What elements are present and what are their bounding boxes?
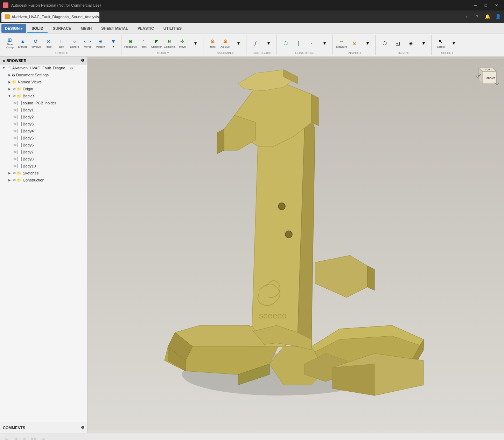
chamfer-button[interactable]: ◤ Chamfer <box>150 36 163 50</box>
sphere-button[interactable]: ○ Sphere <box>68 36 81 50</box>
browser-collapse-icon[interactable]: « <box>3 59 5 63</box>
tree-item-root[interactable]: ▼ 📄 AI-driven_HVAC_Fault_Diagno... ⚙ <box>0 64 87 71</box>
tree-eye-body10[interactable]: 👁 <box>13 164 18 169</box>
tree-arrow-sketches[interactable]: ▶ <box>7 171 12 176</box>
tab-sheet-metal[interactable]: SHEET METAL <box>97 25 133 33</box>
inspect-more-button[interactable]: ▾ <box>361 36 374 50</box>
axis-button[interactable]: | <box>292 36 305 50</box>
tree-gear-root[interactable]: ⚙ <box>70 66 73 70</box>
tree-item-sketches[interactable]: ▶ 👁 📁 Sketches <box>0 170 87 177</box>
fillet-button[interactable]: ◜ Fillet <box>137 36 150 50</box>
as-built-joint-button[interactable]: ⚙ As-Built <box>219 36 232 50</box>
pb-play-button[interactable]: ▶ <box>21 435 29 440</box>
tree-item-body5[interactable]: 👁 Body5 <box>0 135 87 142</box>
plane-button[interactable]: ⬡ <box>279 36 292 50</box>
tree-eye-origin[interactable]: 👁 <box>12 87 17 91</box>
close-button[interactable]: ✕ <box>491 1 501 9</box>
create-more-button[interactable]: ▼ ▾ <box>107 36 120 50</box>
tree-eye-body3[interactable]: 👁 <box>13 122 18 126</box>
comments-settings-icon[interactable]: ⚙ <box>81 425 84 430</box>
design-mode-button[interactable]: DESIGN ▾ <box>1 24 26 33</box>
tab-plastic[interactable]: PLASTIC <box>133 25 159 33</box>
help-icon-button[interactable]: ? <box>472 12 482 21</box>
tree-item-body1[interactable]: 👁 Body1 <box>0 106 87 114</box>
tree-arrow-origin[interactable]: ▶ <box>7 87 12 91</box>
tree-item-construction[interactable]: ▶ 👁 📁 Construction <box>0 177 87 184</box>
tree-item-body10[interactable]: 👁 Body10 <box>0 163 87 170</box>
pattern-button[interactable]: ⊞ Pattern <box>94 36 107 50</box>
interference-button[interactable]: ⊗ <box>348 36 361 50</box>
tree-eye-body7[interactable]: 👁 <box>13 150 18 154</box>
select-more-button[interactable]: ▾ <box>447 36 460 50</box>
active-tab[interactable]: AI-driven_HVAC_Fault_Diagnosis_Sound_Ana… <box>1 12 99 22</box>
assemble-more-button[interactable]: ▾ <box>232 36 245 50</box>
insert-svg-button[interactable]: ◱ <box>391 36 404 50</box>
combine-button[interactable]: ⊎ Combine <box>163 36 176 50</box>
tree-eye-body1[interactable]: 👁 <box>13 108 18 112</box>
tree-item-bodies[interactable]: ▼ 👁 📁 Bodies <box>0 92 87 99</box>
tree-item-sound-pcb[interactable]: 👁 sound_PCB_holder <box>0 99 87 106</box>
pb-prev-button[interactable]: ◀ <box>12 435 20 440</box>
move-button[interactable]: ✛ Move <box>176 36 189 50</box>
tab-mesh[interactable]: MESH <box>76 25 96 33</box>
insert-mesh-button[interactable]: ⬡ <box>378 36 391 50</box>
notification-button[interactable]: 🔔 <box>483 12 492 21</box>
tree-eye-body4[interactable]: 👁 <box>13 129 18 133</box>
configure-more-button[interactable]: ▾ <box>262 36 275 50</box>
tree-item-body4[interactable]: 👁 Body4 <box>0 128 87 135</box>
tree-eye-body2[interactable]: 👁 <box>13 115 18 119</box>
viewport[interactable]: seeeeo TOP LE <box>88 57 504 433</box>
tree-item-body7[interactable]: 👁 Body7 <box>0 149 87 156</box>
pb-first-button[interactable]: ⏮ <box>3 435 10 440</box>
box-button[interactable]: □ Box <box>55 36 68 50</box>
revolve-button[interactable]: ↺ Revolve <box>29 36 42 50</box>
tree-arrow-bodies[interactable]: ▼ <box>7 94 12 98</box>
mirror-button[interactable]: ⟺ Mirror <box>81 36 94 50</box>
tree-item-body3[interactable]: 👁 Body3 <box>0 121 87 128</box>
tree-item-body8[interactable]: 👁 Body8 <box>0 156 87 163</box>
tree-item-body6[interactable]: 👁 Body6 <box>0 142 87 149</box>
account-button[interactable]: 👤 <box>493 12 503 21</box>
tree-item-doc-settings[interactable]: ▶ ⚙ Document Settings <box>0 71 87 78</box>
minimize-button[interactable]: ─ <box>470 1 480 9</box>
tree-eye-construction[interactable]: 👁 <box>12 178 17 183</box>
tree-eye-body6[interactable]: 👁 <box>13 143 18 147</box>
tree-arrow-named-views[interactable]: ▶ <box>7 80 12 84</box>
measure-button[interactable]: ↔ Measure <box>335 36 348 50</box>
extrude-button[interactable]: ▲ Extrude <box>16 36 29 50</box>
select-button[interactable]: ↖ Select <box>434 36 447 50</box>
new-component-button[interactable]: ⊞ New Comp <box>4 36 16 50</box>
tab-utilities[interactable]: UTILITIES <box>159 25 186 33</box>
pb-next-button[interactable]: ▶▶ <box>30 435 38 440</box>
tree-eye-sketches[interactable]: 👁 <box>12 171 17 176</box>
tab-surface[interactable]: SURFACE <box>48 25 76 33</box>
tree-eye-bodies[interactable]: 👁 <box>12 94 17 98</box>
tree-eye-sound-pcb[interactable]: 👁 <box>13 101 18 105</box>
select-icon: ↖ <box>437 37 444 45</box>
tree-eye-body8[interactable]: 👁 <box>13 157 18 161</box>
hole-button[interactable]: ⊙ Hole <box>42 36 55 50</box>
new-tab-button[interactable]: ＋ <box>462 12 471 21</box>
parameters-button[interactable]: 𝑓 <box>249 36 262 50</box>
maximize-button[interactable]: □ <box>481 1 491 9</box>
pb-last-button[interactable]: ⏭ <box>39 435 47 440</box>
tree-eye-body5[interactable]: 👁 <box>13 136 18 140</box>
point-button[interactable]: · <box>305 36 318 50</box>
tab-solid[interactable]: SOLID <box>27 25 48 33</box>
joint-button[interactable]: ⚙ Joint <box>206 36 219 50</box>
tree-item-body2[interactable]: 👁 Body2 <box>0 114 87 121</box>
tree-arrow-doc-settings[interactable]: ▶ <box>7 73 12 77</box>
tree-item-origin[interactable]: ▶ 👁 📁 Origin <box>0 85 87 92</box>
joint-icon: ⚙ <box>209 37 216 45</box>
viewcube[interactable]: TOP LEFT FRONT <box>472 61 500 89</box>
tree-arrow-root[interactable]: ▼ <box>1 66 6 70</box>
tree-item-named-views[interactable]: ▶ 📁 Named Views <box>0 78 87 85</box>
tree-arrow-construction[interactable]: ▶ <box>7 178 12 183</box>
press-pull-button[interactable]: ⊕ Press/Pull <box>124 36 137 50</box>
decal-button[interactable]: ◈ <box>404 36 417 50</box>
insert-more-button[interactable]: ▾ <box>417 36 430 50</box>
construct-group: ⬡ | · ▾ CONSTRUCT <box>278 35 332 55</box>
browser-settings-icon[interactable]: ⚙ <box>81 58 84 63</box>
modify-more-button[interactable]: ▾ <box>189 36 202 50</box>
construct-more-button[interactable]: ▾ <box>318 36 331 50</box>
